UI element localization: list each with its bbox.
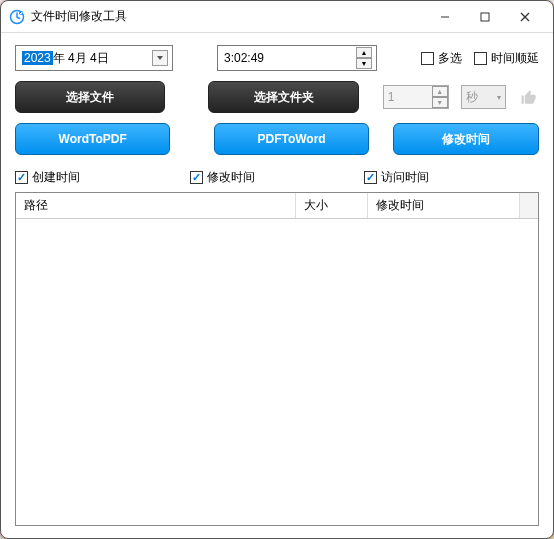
thumbs-up-icon[interactable] [518, 86, 539, 108]
time-value: 3:02:49 [222, 51, 356, 65]
date-input[interactable]: 2023年 4月 4日 [15, 45, 173, 71]
table-body [16, 219, 538, 525]
access-label: 访问时间 [381, 169, 429, 186]
svg-rect-3 [481, 13, 489, 21]
multi-label: 多选 [438, 50, 462, 67]
multi-select-checkbox[interactable]: 多选 [421, 50, 462, 67]
spin-down-icon: ▼ [432, 97, 448, 108]
checkbox-checked-icon [15, 171, 28, 184]
app-icon [9, 9, 25, 25]
window-title: 文件时间修改工具 [31, 8, 425, 25]
delay-amount-input[interactable]: 1 ▲▼ [383, 85, 449, 109]
col-path[interactable]: 路径 [16, 193, 296, 218]
checkbox-icon [474, 52, 487, 65]
word-to-pdf-button[interactable]: WordToPDF [15, 123, 170, 155]
unit-label: 秒 [466, 89, 498, 106]
content: 2023年 4月 4日 3:02:49 ▲▼ 多选 时间顺延 选择文件 选择文件… [1, 33, 553, 538]
select-file-button[interactable]: 选择文件 [15, 81, 165, 113]
close-button[interactable] [505, 3, 545, 31]
table-header: 路径 大小 修改时间 [16, 193, 538, 219]
col-size[interactable]: 大小 [296, 193, 368, 218]
create-label: 创建时间 [32, 169, 80, 186]
col-spacer [520, 193, 538, 218]
titlebar: 文件时间修改工具 [1, 1, 553, 33]
delay-label: 时间顺延 [491, 50, 539, 67]
date-value: 2023年 4月 4日 [20, 50, 152, 67]
pdf-to-word-button[interactable]: PDFToWord [214, 123, 369, 155]
modify-time-button[interactable]: 修改时间 [393, 123, 539, 155]
checkbox-icon [421, 52, 434, 65]
minimize-button[interactable] [425, 3, 465, 31]
maximize-button[interactable] [465, 3, 505, 31]
spin-down-icon: ▼ [356, 58, 372, 69]
file-table: 路径 大小 修改时间 [15, 192, 539, 526]
chevron-down-icon: ▾ [497, 93, 501, 102]
col-mtime[interactable]: 修改时间 [368, 193, 520, 218]
delay-unit-select[interactable]: 秒 ▾ [461, 85, 507, 109]
calendar-dropdown-icon[interactable] [152, 50, 168, 66]
delay-spinner: ▲▼ [432, 86, 448, 108]
create-time-checkbox[interactable]: 创建时间 [15, 169, 190, 186]
modify-time-checkbox[interactable]: 修改时间 [190, 169, 365, 186]
checkbox-checked-icon [190, 171, 203, 184]
app-window: 文件时间修改工具 2023年 4月 4日 3:02:49 ▲▼ 多选 时间顺延 [0, 0, 554, 539]
spin-up-icon: ▲ [432, 86, 448, 97]
select-folder-button[interactable]: 选择文件夹 [208, 81, 358, 113]
checkbox-checked-icon [364, 171, 377, 184]
time-spinner[interactable]: ▲▼ [356, 47, 372, 69]
modify-label: 修改时间 [207, 169, 255, 186]
time-delay-checkbox[interactable]: 时间顺延 [474, 50, 539, 67]
delay-value: 1 [384, 90, 432, 104]
access-time-checkbox[interactable]: 访问时间 [364, 169, 539, 186]
time-input[interactable]: 3:02:49 ▲▼ [217, 45, 377, 71]
spin-up-icon: ▲ [356, 47, 372, 58]
